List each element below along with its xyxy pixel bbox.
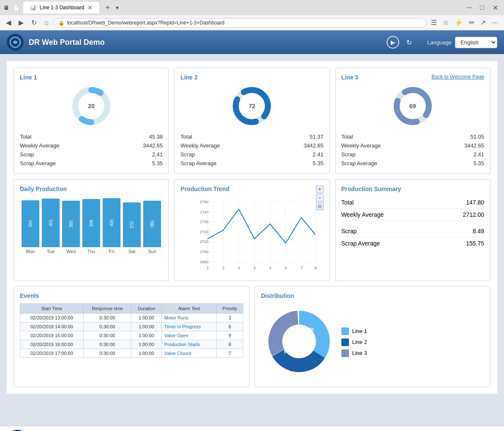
svg-text:7: 7 <box>300 266 302 270</box>
event-alarm-text[interactable]: Timer in Progress <box>161 322 217 331</box>
bar: 390 <box>22 200 39 247</box>
tab-favicon: 📊 <box>30 5 36 11</box>
line1-scrap-value: 2.41 <box>152 151 163 158</box>
forward-button[interactable]: ▶ <box>16 18 26 27</box>
close-window-button[interactable]: ✕ <box>490 3 501 13</box>
col-response-time: Response time <box>83 304 131 314</box>
svg-text:2730: 2730 <box>200 220 208 224</box>
event-alarm-text[interactable]: Motor Runs <box>161 314 217 322</box>
bookmark-button[interactable]: ☆ <box>441 18 451 27</box>
reload-button[interactable]: ↻ <box>29 18 39 27</box>
line1-total-row: Total 45.38 <box>20 132 163 141</box>
bar-chart: 390 Mon 401 Tue 385 Wed 398 Thu 405 Fri … <box>20 196 163 256</box>
line1-scrap-avg-row: Scrap Average 5.35 <box>20 159 163 168</box>
line3-total-value: 51.05 <box>470 134 484 140</box>
play-button[interactable]: ▶ <box>387 36 399 49</box>
address-bar[interactable]: 🔒 localhost/DRweb_Demo/webreport.aspx?Re… <box>54 18 426 27</box>
share-button[interactable]: ↗ <box>478 18 488 27</box>
summary-weekly-row: Weekly Average 2712.00 <box>341 209 484 221</box>
event-start-time: 02/20/2019 15:00:00 <box>20 331 84 340</box>
profile-button[interactable]: ✏ <box>467 18 477 27</box>
back-button[interactable]: ◀ <box>3 18 14 27</box>
summary-scrap-avg-row: Scrap Average 155.75 <box>341 237 484 249</box>
line3-weekly-row: Weekly Average 3442.65 <box>341 141 484 150</box>
col-duration: Duration <box>131 304 162 314</box>
back-to-welcome-link[interactable]: Back to Welcome Page <box>431 74 484 80</box>
table-row: 02/20/2019 13:00:00 0:30:00 1:00:00 Moto… <box>20 314 243 322</box>
top-row: Line 1 20 Total 45.38 Weekly Averag <box>14 68 490 174</box>
new-tab-button[interactable]: + <box>103 3 112 13</box>
svg-text:2750: 2750 <box>200 200 208 204</box>
line1-card: Line 1 20 Total 45.38 Weekly Averag <box>14 68 169 174</box>
reader-view-button[interactable]: ☰ <box>429 18 439 27</box>
line3-card: Line 3 Back to Welcome Page 69 Total 51.… <box>335 68 490 174</box>
table-row: 02/20/2019 15:00:00 0:30:00 1:00:00 Valv… <box>20 331 243 340</box>
line2-total-value: 51.37 <box>310 134 324 140</box>
legend-item: Line 2 <box>341 338 367 346</box>
minimize-button[interactable]: ─ <box>464 3 474 12</box>
bar-day-label: Fri <box>109 249 114 254</box>
more-button[interactable]: ⋯ <box>490 18 501 27</box>
bar-value: 386 <box>150 220 155 229</box>
footer: Copyright, All rights reserved <box>0 426 504 431</box>
svg-text:4: 4 <box>253 266 256 270</box>
summary-scrap-value: 8.49 <box>473 228 484 235</box>
line2-scrap-avg-row: Scrap Average 5.35 <box>180 159 323 168</box>
line2-donut: 72 <box>231 85 273 127</box>
zoom-in-button[interactable]: + <box>316 185 324 193</box>
language-selector[interactable]: English <box>455 37 497 48</box>
summary-total-row: Total 147.80 <box>341 196 484 209</box>
extensions-button[interactable]: ⚡ <box>452 18 465 27</box>
daily-production-title: Daily Production <box>20 185 163 192</box>
summary-scrap-avg-label: Scrap Average <box>341 240 380 247</box>
bar-group: 405 Fri <box>103 198 120 254</box>
zoom-reset-button[interactable]: ⊙ <box>316 202 324 210</box>
bar: 385 <box>62 201 80 247</box>
event-priority: 7 <box>217 349 243 358</box>
summary-scrap-row: Scrap 8.49 <box>341 225 484 237</box>
line3-weekly-label: Weekly Average <box>341 142 381 149</box>
event-priority: 6 <box>217 322 243 331</box>
line3-scrap-label: Scrap <box>341 151 356 158</box>
tab-close-button[interactable]: ✕ <box>87 4 93 11</box>
bar-group: 401 Tue <box>42 199 60 254</box>
bar-group: 398 Thu <box>82 199 100 254</box>
svg-text:6: 6 <box>285 266 287 270</box>
bar: 386 <box>143 201 161 247</box>
event-alarm-text[interactable]: Production Starts <box>161 340 217 349</box>
refresh-button[interactable]: ↻ <box>403 36 415 49</box>
line2-card: Line 2 72 Total 51.37 Weekly Averag <box>174 68 330 174</box>
line2-weekly-row: Weekly Average 3442.65 <box>180 141 323 150</box>
bar-value: 370 <box>130 221 134 229</box>
line3-total-label: Total <box>341 134 353 140</box>
bar-value: 385 <box>69 220 74 229</box>
line1-total-value: 45.38 <box>149 134 163 140</box>
bar-day-label: Mon <box>26 249 35 254</box>
line2-scrap-avg-value: 5.35 <box>313 160 323 166</box>
line3-donut: 69 <box>392 85 434 127</box>
event-priority: 8 <box>217 340 243 349</box>
line2-donut-container: 72 <box>180 85 323 127</box>
browser-tab[interactable]: 📊 Line 1-3 Dashboard ✕ <box>23 2 99 14</box>
event-alarm-text[interactable]: Valve Closed <box>161 349 217 358</box>
tab-menu-button[interactable]: ▾ <box>116 4 119 11</box>
events-table: Start Time Response time Duration Alarm … <box>20 303 243 358</box>
zoom-out-button[interactable]: − <box>316 194 324 202</box>
maximize-button[interactable]: □ <box>477 3 487 12</box>
event-priority: 9 <box>217 331 243 340</box>
event-response-time: 0:30:00 <box>83 322 131 331</box>
line3-scrap-avg-row: Scrap Average 5.35 <box>341 159 484 168</box>
svg-text:1: 1 <box>207 266 209 270</box>
distribution-legend: Line 1 Line 2 Line 3 <box>341 327 367 357</box>
line2-scrap-value: 2.41 <box>313 151 323 158</box>
line2-donut-value: 72 <box>249 103 256 109</box>
home-button[interactable]: ⌂ <box>42 18 51 27</box>
distribution-title: Distribution <box>261 292 485 299</box>
daily-production-card: Daily Production 390 Mon 401 Tue 385 Wed… <box>14 179 169 281</box>
production-trend-card: Production Trend + − ⊙ 2750 2740 2730 27… <box>174 179 330 281</box>
language-label: Language <box>427 39 452 46</box>
refresh-icon: ↻ <box>406 38 412 46</box>
bar: 370 <box>123 202 141 247</box>
event-alarm-text[interactable]: Valve Open <box>161 331 217 340</box>
bar: 405 <box>103 198 120 247</box>
